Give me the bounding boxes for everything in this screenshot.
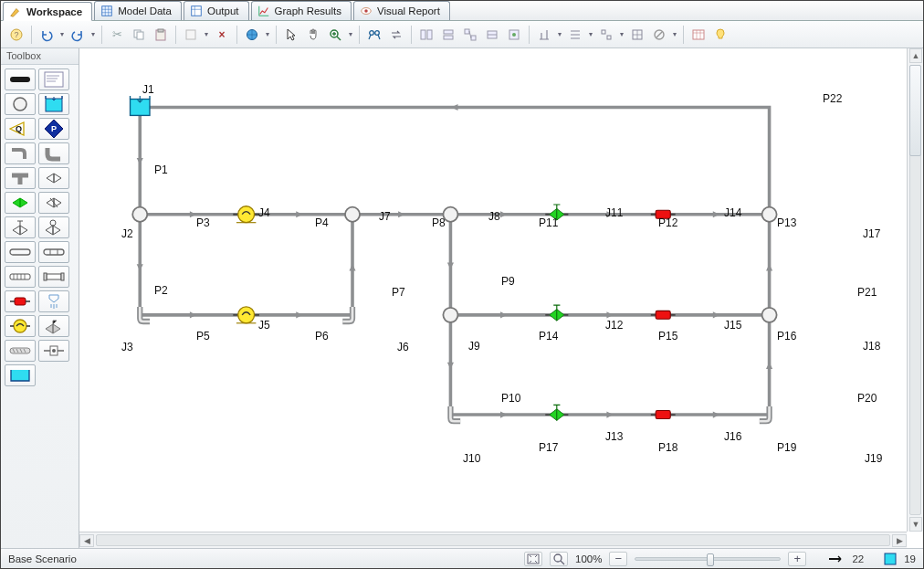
svg-point-23 [512,33,516,37]
undo-dropdown[interactable]: ▾ [58,30,66,38]
junction-J12[interactable] [545,305,568,321]
junction-J9[interactable] [443,308,457,322]
tool-junction[interactable] [5,93,36,115]
junction-J8[interactable] [443,207,457,222]
remove-button[interactable]: × [212,25,232,45]
zoom-dropdown[interactable]: ▾ [347,30,354,38]
junction-J2[interactable] [132,207,147,222]
tool-valve-red[interactable] [5,290,36,312]
scroll-down-arrow[interactable]: ▼ [909,517,922,532]
copy-button[interactable] [129,25,149,45]
junction-J14[interactable] [651,210,676,218]
junction-J15[interactable] [651,311,676,319]
tool-assigned-pressure[interactable]: P [38,118,69,140]
tool-pipe[interactable] [5,68,36,90]
delete-dropdown[interactable]: ▾ [203,30,210,38]
tool-spray[interactable] [38,290,69,312]
redo-button[interactable] [68,25,88,45]
tool-c-button[interactable] [460,25,480,45]
globe-dropdown[interactable]: ▾ [264,30,271,38]
tool-reservoir[interactable] [38,93,69,115]
undo-button[interactable] [37,25,57,45]
block-button[interactable] [649,25,669,45]
tool-valve-a[interactable] [38,167,69,189]
svg-point-70 [132,207,147,222]
swap-button[interactable] [386,25,406,45]
redo-dropdown[interactable]: ▾ [89,30,97,38]
junction-J16[interactable] [651,411,676,419]
globe-button[interactable] [242,25,262,45]
grid-button[interactable] [627,25,647,45]
junction-J11[interactable] [545,205,568,220]
pipe-P22[interactable] [140,107,769,214]
tool-elbow-b[interactable] [38,142,69,164]
help-button[interactable]: ? [6,25,26,45]
align-c-dropdown[interactable]: ▾ [618,30,625,38]
align-b-button[interactable] [565,25,585,45]
scroll-right-arrow[interactable]: ▶ [892,534,907,547]
junction-J18[interactable] [762,308,777,322]
tool-exchanger-b[interactable] [38,266,69,288]
tool-valve-c[interactable] [5,216,36,238]
tool-tank-open[interactable] [5,364,36,386]
align-a-dropdown[interactable]: ▾ [556,30,563,38]
scroll-up-arrow[interactable]: ▲ [909,48,922,63]
svg-point-31 [14,98,26,111]
junction-J7[interactable] [345,207,360,222]
toolbar-separator [101,26,102,44]
block-dropdown[interactable]: ▾ [671,30,678,38]
cut-button[interactable]: ✂ [107,25,127,45]
horizontal-scrollbar[interactable]: ◀ ▶ [79,532,907,548]
tab-visual-report[interactable]: Visual Report [353,1,450,20]
tool-a-button[interactable] [416,25,436,45]
tab-workspace[interactable]: Workspace [3,2,92,21]
tab-graph-results[interactable]: Graph Results [251,1,352,20]
table-button[interactable] [688,25,709,45]
vertical-scrollbar[interactable]: ▲ ▼ [907,48,923,532]
tool-valve-b[interactable] [38,192,69,214]
tool-elbow-a[interactable] [5,142,36,164]
tool-fitting-a[interactable] [5,241,36,263]
tool-valve-d[interactable] [38,216,69,238]
tool-e-button[interactable] [504,25,524,45]
workspace-canvas[interactable]: P1P2P3P4P5P6P7P8P9P10P11P12P13P14P15P16P… [79,48,907,532]
pointer-button[interactable] [281,25,301,45]
align-b-dropdown[interactable]: ▾ [587,30,594,38]
tool-b-button[interactable] [438,25,458,45]
align-c-button[interactable] [596,25,616,45]
zoom-in-button[interactable]: + [788,552,806,566]
junction-J5[interactable] [233,307,259,323]
junction-J13[interactable] [545,405,568,420]
tab-model-data[interactable]: Model Data [94,1,182,20]
zoom-slider[interactable] [635,557,781,561]
zoom-out-button[interactable]: − [609,552,627,566]
tool-d-button[interactable] [482,25,502,45]
tool-exchanger-a[interactable] [5,266,36,288]
tool-valve-green[interactable] [5,192,36,214]
pan-button[interactable] [303,25,323,45]
delete-button[interactable] [181,25,201,45]
tool-tee[interactable] [5,167,36,189]
tab-output[interactable]: Output [184,1,249,20]
tool-fitting-b[interactable] [38,241,69,263]
find-button[interactable] [364,25,384,45]
tool-orifice[interactable] [38,340,69,362]
zoom-button[interactable] [325,25,345,45]
scroll-track[interactable] [96,534,890,546]
tool-control-valve-grey[interactable] [38,315,69,337]
tool-assigned-flow[interactable]: Q [5,118,36,140]
scroll-left-arrow[interactable]: ◀ [79,534,94,547]
fit-button[interactable] [524,552,542,566]
zoom-tool-button[interactable] [550,552,568,566]
junction-J4[interactable] [233,206,259,223]
zoom-slider-knob[interactable] [707,553,714,566]
junction-J1[interactable] [131,96,150,115]
lightbulb-button[interactable] [710,25,730,45]
junction-J17[interactable] [762,207,777,222]
tool-screen[interactable] [5,340,36,362]
align-a-button[interactable] [534,25,554,45]
paste-button[interactable] [151,25,171,45]
scroll-thumb[interactable] [909,65,921,156]
tool-annotation[interactable] [38,68,69,90]
tool-pump[interactable] [5,315,36,337]
